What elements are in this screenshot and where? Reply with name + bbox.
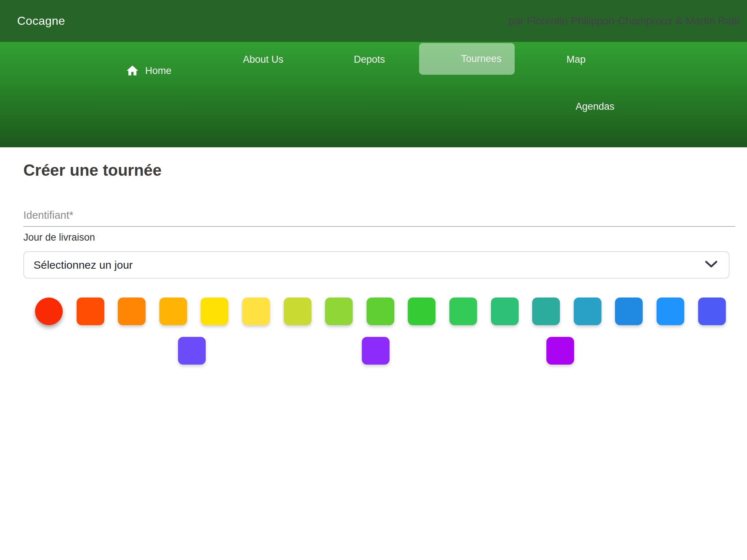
color-palette-row-1 [23,298,724,325]
color-swatch[interactable] [698,298,726,325]
color-swatch[interactable] [615,298,643,325]
nav-item-home[interactable]: Home [125,64,171,78]
main-nav: Home About Us Depots Tournees Map Agenda… [0,42,747,147]
color-swatch-selected[interactable] [35,298,63,325]
color-palette [23,298,724,365]
jour-select-value: Sélectionnez un jour [34,259,133,271]
color-swatch[interactable] [242,298,270,325]
color-swatch[interactable] [201,298,228,325]
color-swatch[interactable] [325,298,353,325]
color-swatch[interactable] [574,298,601,325]
jour-select[interactable]: Sélectionnez un jour [23,251,729,279]
color-swatch[interactable] [284,298,311,325]
brand-title: Cocagne [17,14,65,28]
color-swatch[interactable] [159,298,187,325]
jour-de-livraison-label: Jour de livraison [23,232,724,243]
color-swatch[interactable] [77,298,104,325]
color-swatch[interactable] [118,298,146,325]
nav-item-agendas[interactable]: Agendas [576,101,615,112]
nav-item-map[interactable]: Map [566,54,586,65]
top-bar: Cocagne par Florentin Philippon-Champrou… [0,0,747,42]
home-icon [125,64,139,78]
color-swatch[interactable] [491,298,519,325]
nav-item-depots[interactable]: Depots [354,54,385,65]
color-swatch[interactable] [367,298,394,325]
color-palette-row-2 [23,337,724,365]
color-swatch[interactable] [546,337,574,365]
nav-item-tournees-active[interactable]: Tournees [419,43,515,75]
color-swatch[interactable] [408,298,436,325]
nav-item-about-us[interactable]: About Us [243,54,283,65]
color-swatch[interactable] [532,298,560,325]
nav-item-home-label: Home [145,65,171,77]
page-title: Créer une tournée [23,147,724,179]
credits-text: par Florentin Philippon-Champroux & Mart… [509,15,740,27]
chevron-down-icon [705,260,718,270]
color-swatch[interactable] [362,337,390,365]
color-swatch[interactable] [178,337,206,365]
color-swatch[interactable] [449,298,477,325]
main-content: Créer une tournée Jour de livraison Séle… [0,147,747,365]
identifiant-input[interactable] [23,209,735,227]
color-swatch[interactable] [657,298,684,325]
